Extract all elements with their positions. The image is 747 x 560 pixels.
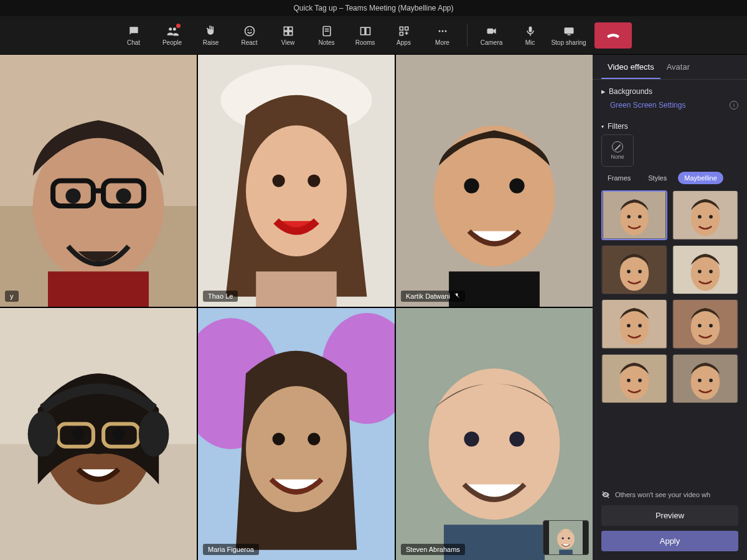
notes-button[interactable]: Notes [309, 20, 345, 51]
participant-tile[interactable]: y [0, 55, 197, 307]
svg-rect-54 [365, 27, 370, 35]
chat-label: Chat [127, 39, 140, 46]
video-grid: yThao LeKartik DatwaniMaria FigueroaStev… [0, 55, 593, 560]
caret-icon: ▾ [601, 124, 604, 129]
backgrounds-section-header[interactable]: ▶ Backgrounds [601, 87, 738, 96]
camera-button[interactable]: Camera [474, 20, 510, 51]
participant-name-tag: Thao Le [203, 291, 238, 302]
svg-rect-63 [564, 27, 573, 34]
filter-thumbnail[interactable] [601, 299, 667, 349]
info-icon[interactable]: i [730, 101, 738, 110]
chat-button[interactable]: Chat [116, 20, 152, 51]
svg-point-45 [250, 29, 251, 30]
filter-chip-styles[interactable]: Styles [642, 172, 673, 184]
svg-point-59 [441, 30, 443, 32]
participant-tile[interactable] [0, 308, 197, 560]
notes-label: Notes [318, 39, 334, 46]
participant-name: Thao Le [208, 292, 233, 300]
mic-label: Mic [525, 39, 535, 46]
participant-tile[interactable]: Thao Le [198, 55, 395, 307]
window-title: Quick Tag up – Teams Meeting (Maybelline… [0, 0, 747, 16]
apply-button[interactable]: Apply [601, 531, 738, 551]
raise-icon [205, 25, 217, 37]
svg-rect-55 [400, 27, 403, 30]
preview-button[interactable]: Preview [601, 505, 738, 526]
effects-panel: Video effectsAvatar ▶ Backgrounds Green … [593, 55, 747, 560]
rooms-icon [359, 25, 372, 37]
svg-rect-64 [567, 34, 570, 35]
chat-icon [128, 25, 140, 37]
svg-point-43 [245, 26, 254, 35]
filter-thumbnail[interactable] [672, 245, 738, 295]
svg-rect-61 [487, 28, 493, 33]
participant-tile[interactable]: Maria Figueroa [198, 308, 395, 560]
people-button[interactable]: People [154, 20, 190, 51]
muted-icon [454, 292, 460, 300]
self-preview-pip[interactable] [543, 520, 589, 555]
mic-button[interactable]: Mic [512, 20, 548, 51]
notes-icon [321, 25, 333, 37]
privacy-text: Others won't see your video wh [615, 491, 710, 498]
main-area: yThao LeKartik DatwaniMaria FigueroaStev… [0, 55, 747, 560]
react-label: React [241, 39, 257, 46]
camera-label: Camera [481, 39, 503, 46]
privacy-note: Others won't see your video wh [601, 490, 738, 499]
participant-name-tag: y [5, 291, 19, 302]
participant-name-tag: Maria Figueroa [203, 544, 259, 555]
participant-name: y [10, 292, 14, 300]
toolbar-separator [467, 24, 467, 47]
view-button[interactable]: View [270, 20, 306, 51]
react-button[interactable]: React [232, 20, 268, 51]
filter-none[interactable]: None [601, 134, 634, 167]
filter-chip-row: FramesStylesMaybelline [601, 172, 738, 184]
more-icon [436, 25, 449, 37]
meeting-toolbar: ChatPeopleRaiseReactViewNotesRoomsAppsMo… [0, 16, 747, 55]
filter-thumbnail[interactable] [601, 190, 667, 240]
filter-thumbnails [601, 190, 738, 403]
filters-section-header[interactable]: ▾ Filters [601, 122, 738, 131]
share-button[interactable]: Stop sharing [551, 20, 587, 51]
participant-name: Steven Abrahams [406, 546, 460, 553]
apps-button[interactable]: Apps [386, 20, 422, 51]
participant-name-tag: Kartik Datwani [401, 291, 465, 302]
share-icon [563, 25, 575, 37]
panel-tab-avatar[interactable]: Avatar [660, 55, 696, 79]
filter-thumbnail[interactable] [601, 245, 667, 295]
svg-rect-48 [284, 31, 288, 35]
participant-name: Kartik Datwani [406, 292, 450, 300]
svg-point-44 [247, 29, 248, 30]
svg-rect-57 [400, 32, 403, 35]
eye-off-icon [601, 490, 610, 499]
react-icon [243, 25, 256, 37]
more-button[interactable]: More [425, 20, 461, 51]
caret-icon: ▶ [601, 89, 605, 95]
filter-chip-frames[interactable]: Frames [601, 172, 637, 184]
apps-icon [398, 25, 410, 37]
filter-thumbnail[interactable] [672, 299, 738, 349]
raise-button[interactable]: Raise [193, 20, 229, 51]
svg-rect-62 [529, 26, 532, 32]
raise-label: Raise [203, 39, 219, 46]
panel-tab-video-effects[interactable]: Video effects [601, 55, 660, 79]
filter-thumbnail[interactable] [672, 190, 738, 240]
green-screen-link[interactable]: Green Screen Settings [610, 101, 685, 110]
leave-button[interactable] [594, 22, 632, 49]
backgrounds-label: Backgrounds [609, 87, 652, 96]
svg-rect-46 [284, 27, 288, 30]
filter-chip-maybelline[interactable]: Maybelline [678, 172, 723, 184]
svg-rect-47 [288, 27, 292, 30]
apps-label: Apps [397, 39, 411, 46]
svg-rect-49 [288, 31, 292, 35]
view-icon [282, 25, 294, 37]
svg-rect-53 [360, 27, 365, 35]
filters-label: Filters [608, 122, 628, 131]
share-label: Stop sharing [551, 39, 586, 46]
filter-thumbnail[interactable] [601, 354, 667, 404]
filter-thumbnail[interactable] [672, 354, 738, 404]
rooms-button[interactable]: Rooms [347, 20, 383, 51]
svg-point-58 [438, 30, 440, 32]
participant-tile[interactable]: Kartik Datwani [396, 55, 593, 307]
svg-point-60 [444, 30, 446, 32]
more-label: More [435, 39, 449, 46]
mic-icon [524, 25, 537, 37]
